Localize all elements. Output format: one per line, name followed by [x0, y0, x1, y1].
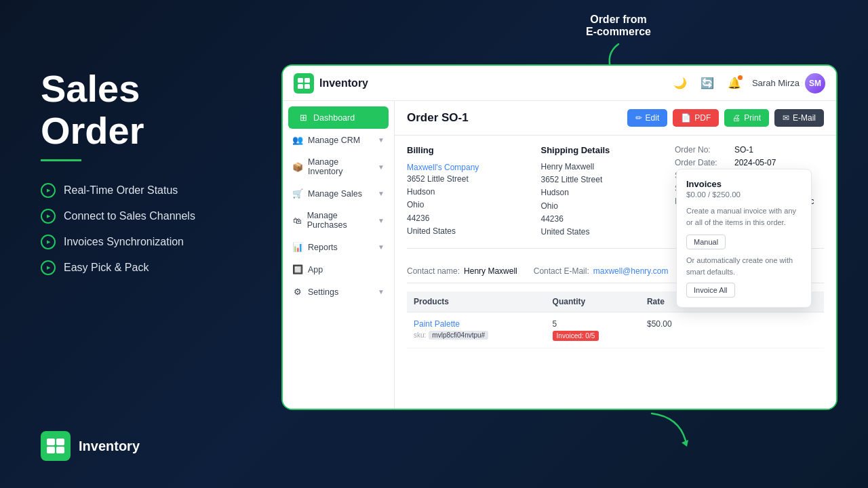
header-logo: Inventory [294, 73, 399, 94]
edit-button[interactable]: ✏ Edit [627, 109, 668, 127]
order-body: Billing Maxwell's Company 3652 Little St… [395, 136, 836, 409]
reports-icon: 📊 [292, 242, 303, 252]
settings-icon: ⚙ [292, 287, 303, 297]
logo-icon-header [294, 73, 314, 94]
feature-item: Easy Pick & Pack [41, 260, 271, 275]
sidebar-item-reports[interactable]: 📊 Reports ▼ [283, 236, 394, 258]
sku-badge: mvlp8cfi04nvtpu# [429, 331, 488, 340]
left-panel: Sales Order Real-Time Order Status Conne… [41, 68, 271, 275]
bottom-logo-text: Inventory [79, 439, 140, 454]
sidebar-item-dashboard[interactable]: ⊞ Dashboard [288, 106, 389, 129]
check-icon [41, 235, 56, 249]
app-icon: 🔲 [292, 264, 303, 274]
logo-icon [41, 431, 71, 461]
svg-rect-7 [304, 78, 310, 83]
feature-item: Connect to Sales Channels [41, 209, 271, 224]
sidebar-item-crm[interactable]: 👥 Manage CRM ▼ [283, 129, 394, 151]
header-actions: 🌙 🔄 🔔 Sarah Mirza SM [671, 73, 825, 94]
order-date-row: Order Date: 2024-05-07 [675, 158, 824, 167]
invoice-or-text: Or automatically create one with smart d… [686, 255, 802, 277]
shipping-address: Henry Maxwell 3652 Little Street Hudson … [541, 161, 665, 239]
check-icon [41, 260, 56, 275]
sidebar-item-inventory[interactable]: 📦 Manage Inventory ▼ [283, 151, 394, 182]
purchases-icon: 🛍 [292, 216, 302, 226]
page-title: Sales Order [41, 68, 271, 151]
logo-text: Inventory [319, 77, 368, 89]
inventory-icon: 📦 [292, 162, 303, 172]
sidebar-item-settings[interactable]: ⚙ Settings ▼ [283, 281, 394, 303]
sku-label: sku: [414, 331, 426, 339]
contact-email-item: Contact E-Mail: maxwell@henry.com [534, 266, 669, 276]
invoices-popup: Invoices $0.00 / $250.00 Create a manual… [676, 169, 812, 308]
sidebar-item-app[interactable]: 🔲 App [283, 258, 394, 281]
sales-icon: 🛒 [292, 188, 303, 199]
app-window: Inventory 🌙 🔄 🔔 Sarah Mirza SM ⊞ [281, 64, 837, 410]
notification-dot [738, 75, 743, 80]
chevron-icon: ▼ [378, 190, 384, 197]
rate-cell: $50.00 [640, 312, 701, 348]
billing-company[interactable]: Maxwell's Company [407, 163, 479, 172]
manual-invoice-button[interactable]: Manual [686, 235, 726, 249]
bottom-logo: Inventory [41, 431, 140, 461]
svg-rect-3 [56, 447, 64, 453]
table-row: Paint Palette sku: mvlp8cfi04nvtpu# 5 In… [407, 312, 824, 348]
svg-rect-2 [47, 447, 55, 453]
svg-rect-6 [298, 78, 303, 83]
refresh-icon[interactable]: 🔄 [698, 74, 717, 93]
product-name[interactable]: Paint Palette [414, 319, 539, 329]
dashboard-icon: ⊞ [298, 113, 309, 123]
edit-icon: ✏ [635, 113, 642, 123]
sidebar-item-sales[interactable]: 🛒 Manage Sales ▼ [283, 182, 394, 205]
col-products: Products [407, 291, 546, 312]
app-body: ⊞ Dashboard 👥 Manage CRM ▼ 📦 Manage Inve… [283, 101, 836, 409]
user-name: Sarah Mirza [752, 78, 800, 88]
order-actions: ✏ Edit 📄 PDF 🖨 Print ✉ E-Mail [627, 109, 824, 127]
billing-col: Billing Maxwell's Company 3652 Little St… [407, 145, 541, 239]
invoice-all-button[interactable]: Invoice All [686, 283, 735, 298]
avatar: SM [805, 73, 825, 94]
chevron-icon: ▼ [378, 136, 384, 144]
feature-item: Invoices Synchronization [41, 235, 271, 249]
billing-address: 3652 Little Street Hudson Ohio 44236 Uni… [407, 173, 530, 238]
shipping-label: Shipping Details [541, 145, 665, 155]
sku-row: sku: mvlp8cfi04nvtpu# [414, 331, 539, 340]
total-cell [773, 312, 824, 348]
svg-rect-8 [298, 84, 303, 89]
check-icon [41, 183, 56, 198]
invoice-amount: $0.00 / $250.00 [686, 190, 802, 199]
svg-rect-0 [47, 439, 55, 445]
product-cell: Paint Palette sku: mvlp8cfi04nvtpu# [407, 312, 546, 348]
sidebar: ⊞ Dashboard 👥 Manage CRM ▼ 📦 Manage Inve… [283, 101, 395, 409]
title-underline [41, 159, 81, 161]
email-button[interactable]: ✉ E-Mail [774, 109, 824, 127]
moon-icon[interactable]: 🌙 [671, 74, 690, 93]
main-content: Order SO-1 ✏ Edit 📄 PDF 🖨 Print [395, 101, 836, 409]
feature-list: Real-Time Order Status Connect to Sales … [41, 183, 271, 275]
pdf-button[interactable]: 📄 PDF [673, 109, 719, 127]
shipping-col: Shipping Details Henry Maxwell 3652 Litt… [541, 145, 675, 239]
sidebar-item-purchases[interactable]: 🛍 Manage Purchases ▼ [283, 205, 394, 236]
check-icon [41, 209, 56, 224]
notification-icon[interactable]: 🔔 [725, 74, 744, 93]
order-header: Order SO-1 ✏ Edit 📄 PDF 🖨 Print [395, 101, 836, 136]
svg-rect-1 [56, 439, 64, 445]
chevron-icon: ▼ [378, 163, 384, 171]
svg-rect-9 [304, 84, 310, 89]
contact-name-item: Contact name: Henry Maxwell [407, 266, 517, 276]
chevron-icon: ▼ [378, 217, 384, 224]
order-no-row: Order No: SO-1 [675, 145, 824, 155]
user-info: Sarah Mirza SM [752, 73, 825, 94]
invoice-description: Create a manual invoice with any or all … [686, 205, 802, 228]
chevron-icon: ▼ [378, 243, 384, 251]
feature-item: Real-Time Order Status [41, 183, 271, 198]
order-title: Order SO-1 [407, 111, 469, 125]
email-icon: ✉ [783, 113, 789, 123]
crm-icon: 👥 [292, 135, 303, 145]
app-header: Inventory 🌙 🔄 🔔 Sarah Mirza SM [283, 66, 836, 101]
print-icon: 🖨 [732, 113, 741, 123]
pdf-icon: 📄 [681, 113, 691, 123]
billing-label: Billing [407, 145, 530, 155]
print-button[interactable]: 🖨 Print [724, 109, 769, 127]
subtotal-cell [701, 312, 773, 348]
chevron-icon: ▼ [378, 288, 384, 296]
